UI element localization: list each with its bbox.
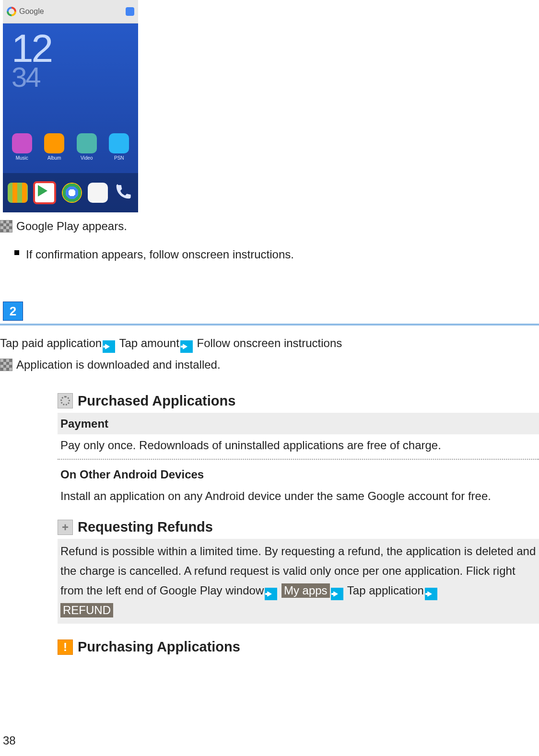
app-album: Album [44, 133, 64, 161]
mail-icon [88, 183, 108, 203]
phone-status-bar: Google [3, 0, 138, 23]
chip-my-apps: My apps [281, 583, 330, 598]
chrome-icon [62, 183, 82, 203]
section-title-purchased: Purchased Applications [78, 390, 235, 412]
phone-dock [3, 173, 138, 212]
sub-title-other: On Other Android Devices [58, 464, 539, 485]
phone-icon [113, 183, 133, 203]
result-line-google-play: Google Play appears. [0, 217, 539, 235]
app-music: Music [12, 133, 32, 161]
app-video: Video [77, 133, 97, 161]
section-title-purchasing: Purchasing Applications [78, 636, 240, 658]
refund-body: Refund is possible within a limited time… [58, 539, 539, 624]
arrow-icon [265, 588, 277, 600]
sub-block-payment: Payment Pay only once. Redownloads of un… [58, 413, 539, 456]
arrow-icon [425, 588, 437, 600]
phone-app-row: Music Album Video PSN [3, 133, 138, 161]
step-number-badge: 2 [3, 302, 23, 321]
play-store-icon-highlighted [33, 181, 56, 204]
chip-refund: REFUND [60, 603, 113, 617]
result-icon [0, 220, 12, 233]
arrow-icon [180, 340, 193, 353]
result-line-downloaded: Application is downloaded and installed. [0, 356, 539, 373]
result-icon [0, 359, 12, 371]
section-title-refunds: Requesting Refunds [78, 516, 213, 538]
phone-status-text: Google [19, 7, 44, 16]
note-confirmation: If confirmation appears, follow onscreen… [14, 245, 539, 263]
arrow-icon [331, 588, 343, 600]
plus-icon [58, 520, 73, 535]
note-confirmation-text: If confirmation appears, follow onscreen… [26, 245, 294, 263]
phone-screenshot: Google 12 34 Music Album Video PSN [3, 0, 138, 212]
arrow-icon [103, 340, 115, 353]
sub-body-payment: Pay only once. Redownloads of uninstalle… [58, 434, 539, 456]
apps-drawer-icon [8, 183, 28, 203]
section-header-purchasing: ! Purchasing Applications [58, 636, 539, 658]
google-icon [7, 7, 16, 16]
sub-block-other-devices: On Other Android Devices Install an appl… [58, 464, 539, 507]
page-number: 38 [3, 734, 16, 747]
sub-title-payment: Payment [58, 413, 539, 434]
sub-body-other: Install an application on any Android de… [58, 485, 539, 507]
mic-icon [126, 7, 134, 16]
app-psn: PSN [109, 133, 129, 161]
gear-icon [58, 393, 73, 408]
step-divider [0, 324, 539, 326]
clock-minute: 34 [12, 63, 51, 91]
section-header-refunds: Requesting Refunds [58, 516, 539, 538]
bullet-icon [14, 250, 19, 255]
phone-clock-widget: 12 34 [12, 29, 51, 93]
step2-instructions: Tap paid application Tap amount Follow o… [0, 334, 539, 353]
section-header-purchased: Purchased Applications [58, 390, 539, 412]
dotted-divider [58, 459, 539, 460]
document-page: Google 12 34 Music Album Video PSN Goog [0, 0, 539, 756]
exclamation-icon: ! [58, 640, 73, 655]
